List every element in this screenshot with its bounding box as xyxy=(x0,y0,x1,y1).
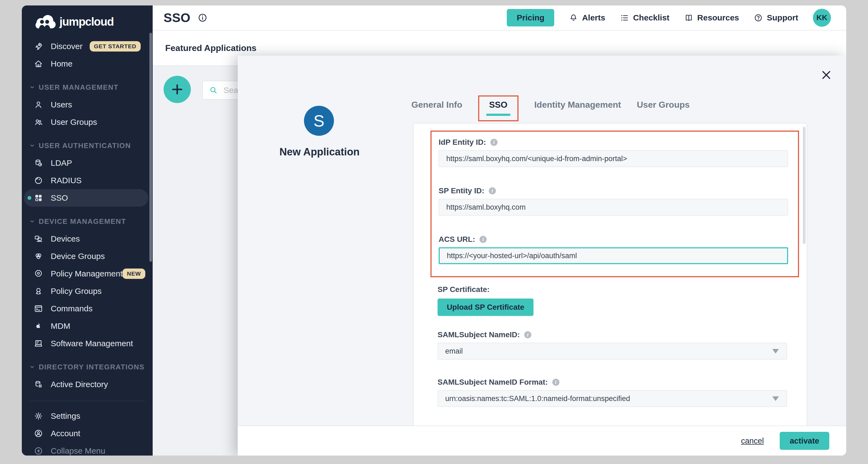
sidebar-item-label: RADIUS xyxy=(51,176,82,185)
sp-entity-id-input[interactable]: https://saml.boxyhq.com xyxy=(439,199,788,216)
support-button[interactable]: Support xyxy=(754,13,798,22)
commands-icon xyxy=(34,304,43,313)
pricing-button[interactable]: Pricing xyxy=(507,9,554,26)
sidebar-section-label: DIRECTORY INTEGRATIONS xyxy=(39,363,145,371)
user-icon xyxy=(34,100,43,109)
sidebar-item-account[interactable]: Account xyxy=(22,425,153,442)
app-window: jumpcloud DiscoverGET STARTEDHomeUSER MA… xyxy=(22,5,846,456)
sidebar-item-label: Collapse Menu xyxy=(51,446,105,456)
tab-user-groups[interactable]: User Groups xyxy=(637,95,690,110)
sidebar-section-user-management[interactable]: USER MANAGEMENT xyxy=(22,79,153,96)
sidebar-section-label: DEVICE MANAGEMENT xyxy=(39,217,126,226)
acs-url-input[interactable]: https://<your-hosted-url>/api/oauth/saml xyxy=(439,247,788,264)
sidebar-item-devices[interactable]: Devices xyxy=(22,230,153,248)
saml-subject-nameid-field: SAMLSubject NameID:i email xyxy=(438,330,807,360)
header-action-label: Support xyxy=(767,13,798,22)
sidebar: jumpcloud DiscoverGET STARTEDHomeUSER MA… xyxy=(22,5,153,456)
sidebar-item-policy-groups[interactable]: Policy Groups xyxy=(22,282,153,300)
drawer-footer: cancel activate xyxy=(238,426,846,456)
idp-entity-id-field: IdP Entity ID:i https://saml.boxyhq.com/… xyxy=(439,138,798,167)
sidebar-item-label: Account xyxy=(51,429,80,438)
activate-button[interactable]: activate xyxy=(780,432,829,450)
tab-general-info[interactable]: General Info xyxy=(411,95,462,110)
sidebar-item-label: Settings xyxy=(51,411,80,421)
sidebar-item-home[interactable]: Home xyxy=(22,55,153,72)
sidebar-item-collapse-menu[interactable]: Collapse Menu xyxy=(22,442,153,456)
tab-label: Identity Management xyxy=(534,100,621,110)
page-title: SSO xyxy=(163,10,191,25)
account-icon xyxy=(34,429,43,438)
idp-entity-id-input[interactable]: https://saml.boxyhq.com/<unique-id-from-… xyxy=(439,150,788,167)
sidebar-section-directory-integrations[interactable]: DIRECTORY INTEGRATIONS xyxy=(22,358,153,376)
device-groups-icon xyxy=(34,252,43,261)
tab-label: User Groups xyxy=(637,100,690,110)
sidebar-section-user-authentication[interactable]: USER AUTHENTICATION xyxy=(22,137,153,154)
chevron-down-icon xyxy=(29,218,35,225)
sidebar-item-label: Devices xyxy=(51,234,80,243)
active-tab-underline xyxy=(486,114,510,116)
resources-button[interactable]: Resources xyxy=(684,13,739,22)
tab-label: SSO xyxy=(489,100,507,110)
alerts-button[interactable]: Alerts xyxy=(569,13,605,22)
sidebar-section-label: USER MANAGEMENT xyxy=(39,83,119,92)
sidebar-item-user-groups[interactable]: User Groups xyxy=(22,114,153,131)
sidebar-item-sso[interactable]: SSO xyxy=(24,189,148,207)
info-icon[interactable]: i xyxy=(552,379,559,386)
info-icon[interactable]: i xyxy=(479,236,487,243)
help-icon xyxy=(754,13,763,22)
sidebar-item-radius[interactable]: RADIUS xyxy=(22,172,153,189)
sp-certificate-field: SP Certificate: Upload SP Certificate xyxy=(438,285,807,316)
upload-sp-certificate-button[interactable]: Upload SP Certificate xyxy=(438,299,533,316)
sidebar-item-label: LDAP xyxy=(51,158,72,168)
sidebar-item-device-groups[interactable]: Device Groups xyxy=(22,248,153,265)
tab-identity-management[interactable]: Identity Management xyxy=(534,95,621,110)
nameid-format-field: SAMLSubject NameID Format:i urn:oasis:na… xyxy=(438,378,807,407)
panel-scrollbar[interactable] xyxy=(803,127,806,244)
info-icon[interactable]: i xyxy=(524,331,531,338)
saml-subject-nameid-select[interactable]: email xyxy=(438,343,787,360)
sidebar-item-label: Device Groups xyxy=(51,252,105,261)
user-avatar[interactable]: KK xyxy=(813,9,831,27)
sidebar-item-mdm[interactable]: MDM xyxy=(22,317,153,335)
header-action-label: Alerts xyxy=(582,13,605,22)
sidebar-item-active-directory[interactable]: Active Directory xyxy=(22,376,153,393)
sidebar-item-label: Commands xyxy=(51,304,92,313)
sso-settings-panel: IdP Entity ID:i https://saml.boxyhq.com/… xyxy=(413,123,807,451)
sidebar-item-label: Home xyxy=(51,59,72,68)
logo-text: jumpcloud xyxy=(59,15,114,28)
info-icon[interactable]: i xyxy=(489,187,496,194)
jumpcloud-logo[interactable]: jumpcloud xyxy=(34,15,114,29)
book-icon xyxy=(684,13,693,22)
add-application-button[interactable] xyxy=(163,76,191,103)
sidebar-item-users[interactable]: Users xyxy=(22,96,153,114)
sidebar-section-device-management[interactable]: DEVICE MANAGEMENT xyxy=(22,213,153,230)
close-icon[interactable] xyxy=(820,69,833,81)
main-area: SSO Pricing AlertsChecklistResourcesSupp… xyxy=(153,5,846,456)
chevron-down-icon xyxy=(29,84,35,91)
sp-certificate-label: SP Certificate: xyxy=(438,285,490,294)
software-icon xyxy=(34,339,43,348)
tab-sso[interactable]: SSO xyxy=(478,95,519,121)
plus-icon xyxy=(170,82,185,97)
sidebar-item-policy-management[interactable]: Policy ManagementNEW xyxy=(22,265,153,282)
new-application-drawer: S New Application General InfoSSOIdentit… xyxy=(238,56,846,456)
sidebar-item-label: SSO xyxy=(51,193,68,203)
sidebar-item-commands[interactable]: Commands xyxy=(22,300,153,317)
sso-grid-icon xyxy=(34,193,43,203)
sidebar-item-ldap[interactable]: LDAP xyxy=(22,154,153,172)
cancel-button[interactable]: cancel xyxy=(741,436,764,445)
nameid-format-select[interactable]: urn:oasis:names:tc:SAML:1.0:nameid-forma… xyxy=(438,390,787,407)
sidebar-item-software-management[interactable]: Software Management xyxy=(22,335,153,352)
info-icon[interactable] xyxy=(198,13,208,23)
sidebar-divider xyxy=(29,401,145,401)
checklist-button[interactable]: Checklist xyxy=(620,13,669,22)
acs-url-label: ACS URL: xyxy=(439,235,475,244)
chevron-down-icon xyxy=(29,364,35,370)
sidebar-item-settings[interactable]: Settings xyxy=(22,407,153,425)
sidebar-item-discover[interactable]: DiscoverGET STARTED xyxy=(22,38,153,55)
header-actions: Pricing AlertsChecklistResourcesSupport … xyxy=(507,9,831,27)
search-icon xyxy=(209,86,218,95)
info-icon[interactable]: i xyxy=(490,139,498,146)
acs-url-field: ACS URL:i https://<your-hosted-url>/api/… xyxy=(439,235,798,264)
sidebar-scrollbar[interactable] xyxy=(149,33,152,262)
